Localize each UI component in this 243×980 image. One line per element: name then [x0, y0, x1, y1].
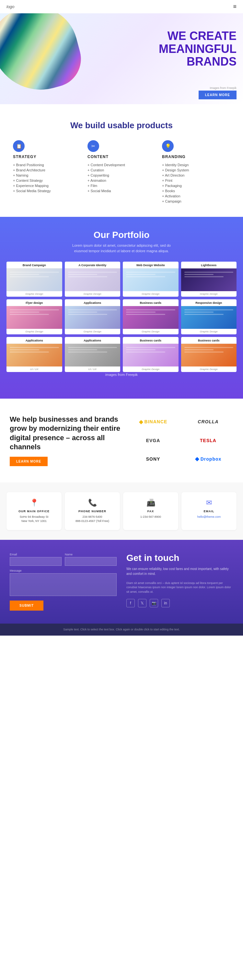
message-input[interactable]: [10, 573, 117, 596]
strategy-list: Brand PositioningBrand ArchitectureNamin…: [13, 162, 81, 194]
portfolio-card-responsive-design[interactable]: Responsive design Graphic Design: [181, 299, 237, 334]
card-mockup: [185, 309, 234, 316]
branding-icon: 💡: [162, 140, 174, 152]
brands-section: We help businesses and brands grow by mo…: [0, 399, 243, 482]
content-icon: ✂: [87, 140, 99, 152]
list-item: Print: [162, 178, 230, 183]
card-mockup: [126, 347, 175, 354]
portfolio-card-web-design[interactable]: Web Design Website Graphic Design: [123, 262, 178, 297]
social-facebook-icon[interactable]: f: [126, 599, 135, 607]
list-item: Brand Architecture: [13, 167, 81, 173]
submit-button[interactable]: SUBMIT: [10, 601, 43, 611]
portfolio-card-lightboxes[interactable]: Lightboxes Graphic Design: [181, 262, 237, 297]
fax-value: 1-234-567-8900: [126, 515, 175, 519]
brands-learn-more-button[interactable]: LEARN MORE: [10, 457, 47, 466]
portfolio-card-applications2[interactable]: Applications UI / UX: [6, 337, 62, 372]
branding-heading: BRANDING: [162, 154, 230, 159]
name-label: Name: [65, 553, 117, 556]
email-label: Email: [10, 553, 62, 556]
list-item: Activation: [162, 194, 230, 199]
list-item: Animation: [87, 178, 156, 183]
card-category: Graphic Design: [123, 329, 178, 334]
card-title: Applications: [65, 337, 120, 344]
list-item: Social Media Strategy: [13, 188, 81, 194]
email-input[interactable]: [10, 557, 62, 566]
hero-line3: BRANDS: [187, 55, 237, 68]
card-title: Applications: [6, 337, 62, 344]
portfolio-card-corporate-identity[interactable]: A Corporate Identity Graphic Design: [65, 262, 120, 297]
products-section: We build usable products 📋 STRATEGY Bran…: [0, 104, 243, 217]
portfolio-section: Our Portfolio Lorem ipsum dolor sit amet…: [0, 217, 243, 399]
portfolio-card-flyer-design[interactable]: Flyer design Graphic Design: [6, 299, 62, 334]
brand-logo-tesla: TESLA: [183, 438, 233, 443]
logo-symbol: ◆: [139, 419, 143, 425]
card-mockup: [185, 272, 234, 278]
list-item: Art Direction: [162, 173, 230, 178]
phone-value: 234-9876-5400888-0123-4567 (Toll Free): [68, 515, 117, 523]
card-image: [181, 269, 237, 291]
logo-name: TESLA: [200, 438, 216, 443]
email-label: EMAIL: [185, 510, 233, 513]
card-category: Graphic Design: [6, 329, 62, 334]
hero-line1: WE CREATE: [167, 29, 237, 43]
card-mockup: [185, 347, 234, 354]
logo: logo: [6, 4, 14, 9]
card-mockup: [68, 347, 117, 354]
social-twitter-icon[interactable]: 𝕏: [138, 599, 147, 607]
list-item: Social Media: [87, 188, 156, 194]
portfolio-card-business-cards3[interactable]: Business cards Graphic Design: [181, 337, 237, 372]
list-item: Content Strategy: [13, 178, 81, 183]
card-image: [123, 269, 178, 291]
portfolio-card-business-cards1[interactable]: Business cards Graphic Design: [123, 299, 178, 334]
strategy-heading: STRATEGY: [13, 154, 81, 159]
contact-info-section: 📍 OUR MAIN OFFICE SoHo 94 Broadway StNew…: [0, 482, 243, 540]
product-col-strategy: 📋 STRATEGY Brand PositioningBrand Archit…: [13, 140, 81, 204]
brand-logo-dropbox: ◆Dropbox: [183, 456, 233, 462]
footer-note: Sample text. Click to select the text bo…: [0, 624, 243, 636]
hero-learn-more-button[interactable]: LEARN MORE: [199, 91, 237, 99]
social-linkedin-icon[interactable]: in: [161, 599, 170, 607]
portfolio-grid: Brand Campaign Graphic Design A Corporat…: [6, 262, 237, 372]
list-item: Packaging: [162, 183, 230, 188]
card-category: Graphic Design: [65, 329, 120, 334]
strategy-icon: 📋: [13, 140, 25, 152]
hamburger-menu[interactable]: ≡: [233, 3, 237, 10]
phone-icon: 📞: [68, 499, 117, 507]
product-col-branding: 💡 BRANDING Identity DesignDesign SystemA…: [162, 140, 230, 204]
card-category: Graphic Design: [123, 366, 178, 372]
contact-card-email: ✉ EMAIL hello@theme.com: [181, 492, 237, 530]
portfolio-card-brand-campaign[interactable]: Brand Campaign Graphic Design: [6, 262, 62, 297]
portfolio-freepik-note: images from Freepik: [66, 372, 177, 377]
content-list: Content DevelopmentCurationCopywritingAn…: [87, 162, 156, 194]
name-field-group: Name: [65, 553, 117, 566]
social-instagram-icon[interactable]: 📷: [150, 599, 158, 607]
card-category: UI / UX: [65, 366, 120, 372]
brand-logo-crolla: CROLLA: [183, 419, 233, 424]
card-image: [123, 344, 178, 366]
card-mockup: [126, 272, 175, 278]
contact-card-fax: 📠 FAX 1-234-567-8900: [123, 492, 178, 530]
list-item: Curation: [87, 167, 156, 173]
branding-list: Identity DesignDesign SystemArt Directio…: [162, 162, 230, 204]
brand-logo-evga: EVGA: [128, 438, 178, 443]
list-item: Film: [87, 183, 156, 188]
list-item: Campaign: [162, 199, 230, 204]
card-mockup: [68, 272, 117, 278]
card-category: Graphic Design: [181, 366, 237, 372]
list-item: Identity Design: [162, 162, 230, 167]
hero-section: WE CREATE MEANINGFUL BRANDS Images from …: [0, 13, 243, 104]
card-category: Graphic Design: [123, 291, 178, 297]
portfolio-card-applications1[interactable]: Applications Graphic Design: [65, 299, 120, 334]
card-title: Responsive design: [181, 299, 237, 306]
social-icons: f𝕏📷in: [126, 599, 233, 607]
card-title: A Corporate Identity: [65, 262, 120, 269]
portfolio-card-business-cards2[interactable]: Business cards Graphic Design: [123, 337, 178, 372]
email-link[interactable]: hello@theme.com: [197, 515, 221, 519]
name-input[interactable]: [65, 557, 117, 566]
card-image: [65, 344, 120, 366]
get-in-touch-tagline: We can ensure reliability, low cost fare…: [126, 566, 233, 576]
portfolio-card-applications3[interactable]: Applications UI / UX: [65, 337, 120, 372]
portfolio-description: Lorem ipsum dolor sit amet, consectetur …: [66, 243, 177, 253]
contact-card-office: 📍 OUR MAIN OFFICE SoHo 94 Broadway StNew…: [6, 492, 62, 530]
fax-label: FAX: [126, 510, 175, 513]
